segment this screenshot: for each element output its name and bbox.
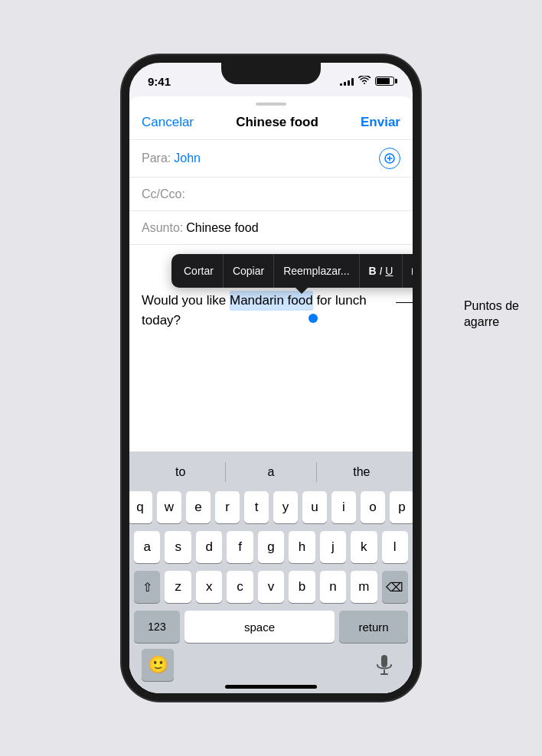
key-q[interactable]: q	[128, 491, 152, 523]
key-c[interactable]: c	[227, 571, 253, 603]
context-menu: Cortar Copiar Reemplazar... B I U ▶	[171, 254, 420, 288]
main-content: Cancelar Chinese food Enviar Para: John	[129, 96, 413, 693]
cut-menu-item[interactable]: Cortar	[175, 254, 224, 288]
body-text-before: Would you like	[142, 293, 230, 308]
space-key[interactable]: space	[184, 611, 335, 643]
annotation-container: Puntos de agarre	[396, 283, 420, 322]
cancel-button[interactable]: Cancelar	[142, 115, 194, 130]
key-b[interactable]: b	[289, 571, 315, 603]
key-j[interactable]: j	[320, 531, 346, 563]
status-time: 9:41	[148, 72, 171, 88]
subject-value: Chinese food	[186, 221, 400, 235]
annotation-line	[396, 302, 420, 304]
to-field[interactable]: Para: John	[129, 140, 413, 178]
keyboard-row-1: q w e r t y u i o p	[134, 491, 408, 523]
annotation-label: Puntos de agarre	[464, 298, 519, 331]
status-icons	[340, 73, 394, 87]
compose-header: Cancelar Chinese food Enviar	[129, 109, 413, 140]
numbers-key[interactable]: 123	[134, 611, 180, 643]
send-button[interactable]: Enviar	[361, 115, 400, 130]
to-label: Para:	[142, 152, 171, 165]
replace-menu-item[interactable]: Reemplazar...	[274, 254, 359, 288]
key-d[interactable]: d	[196, 531, 222, 563]
key-p[interactable]: p	[390, 491, 414, 523]
autocomplete-a[interactable]: a	[226, 462, 316, 482]
email-compose: Cancelar Chinese food Enviar Para: John	[129, 96, 413, 693]
key-f[interactable]: f	[227, 531, 253, 563]
compose-body[interactable]: Would you like Mandarin food for lunchto…	[129, 282, 413, 451]
key-y[interactable]: y	[273, 491, 298, 523]
cc-field[interactable]: Cc/Cco:	[129, 178, 413, 211]
key-m[interactable]: m	[351, 571, 377, 603]
signal-icon	[340, 77, 354, 86]
delete-key[interactable]: ⌫	[382, 571, 408, 603]
key-l[interactable]: l	[382, 531, 408, 563]
subject-field[interactable]: Asunto: Chinese food	[129, 211, 413, 245]
add-recipient-button[interactable]	[379, 148, 400, 169]
key-h[interactable]: h	[289, 531, 315, 563]
mic-key[interactable]	[368, 649, 400, 681]
body-text-wrapper: Would you like Mandarin food for lunchto…	[142, 291, 400, 330]
key-e[interactable]: e	[186, 491, 211, 523]
autocomplete-the[interactable]: the	[317, 462, 406, 482]
key-g[interactable]: g	[258, 531, 284, 563]
phone-frame: 9:41	[122, 55, 420, 701]
compose-handle	[256, 103, 286, 106]
key-u[interactable]: u	[302, 491, 327, 523]
emoji-key[interactable]: 🙂	[142, 649, 174, 681]
copy-menu-item[interactable]: Copiar	[224, 254, 274, 288]
keyboard-row-3: ⇧ z x c v b n m ⌫	[134, 571, 408, 603]
autocomplete-to[interactable]: to	[136, 462, 226, 482]
key-x[interactable]: x	[196, 571, 222, 603]
home-indicator	[225, 685, 317, 689]
return-key[interactable]: return	[339, 611, 408, 643]
key-a[interactable]: a	[134, 531, 160, 563]
key-w[interactable]: w	[157, 491, 181, 523]
keyboard: to a the q w e r t y	[129, 451, 413, 693]
subject-label: Asunto:	[142, 221, 183, 235]
key-r[interactable]: r	[215, 491, 240, 523]
keyboard-bottom-bar: 🙂	[132, 643, 410, 690]
key-v[interactable]: v	[258, 571, 284, 603]
key-s[interactable]: s	[165, 531, 191, 563]
cc-label: Cc/Cco:	[142, 187, 185, 201]
keyboard-row-2: a s d f g h j k l	[134, 531, 408, 563]
shift-key[interactable]: ⇧	[134, 571, 160, 603]
key-z[interactable]: z	[165, 571, 191, 603]
compose-title: Chinese food	[236, 115, 318, 130]
phone-notch	[221, 63, 321, 84]
key-t[interactable]: t	[244, 491, 269, 523]
keyboard-rows: q w e r t y u i o p a	[132, 491, 410, 643]
key-n[interactable]: n	[320, 571, 346, 603]
wifi-icon	[358, 76, 371, 87]
more-menu-item[interactable]: ▶	[403, 254, 420, 288]
key-o[interactable]: o	[361, 491, 385, 523]
key-k[interactable]: k	[351, 531, 377, 563]
svg-rect-3	[381, 655, 387, 667]
autocomplete-bar: to a the	[132, 458, 410, 487]
format-menu-item[interactable]: B I U	[360, 254, 403, 288]
keyboard-row-4: 123 space return	[134, 611, 408, 643]
key-i[interactable]: i	[331, 491, 356, 523]
battery-icon	[375, 77, 394, 86]
to-value: John	[174, 152, 379, 165]
